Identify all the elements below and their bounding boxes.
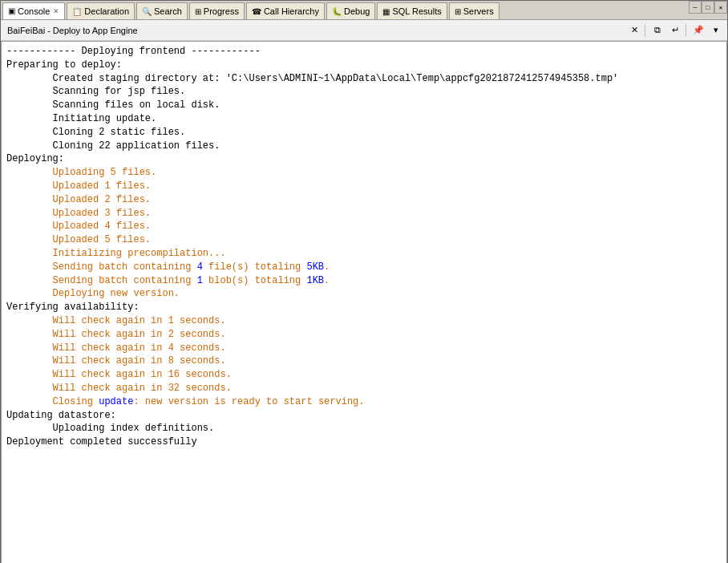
toolbar-separator <box>645 24 645 37</box>
debug-tab-icon: 🐛 <box>332 7 342 16</box>
toolbar-actions: ✕ ⧉ ↵ 📌 ▾ <box>625 22 724 38</box>
console-tab-icon: ▣ <box>8 6 15 15</box>
tab-progress[interactable]: ⊞Progress <box>189 2 245 20</box>
output-line: Deployment completed successfully <box>6 435 722 449</box>
output-line: Verifying availability: <box>6 301 722 314</box>
tab-console[interactable]: ▣Console✕ <box>2 2 65 20</box>
output-line: Preparing to deploy: <box>6 59 722 72</box>
tab-search[interactable]: 🔍Search <box>136 2 188 20</box>
output-line: Sending batch containing 4 file(s) total… <box>6 261 722 274</box>
output-line: Will check again in 16 seconds. <box>6 368 722 382</box>
output-line: Sending batch containing 1 blob(s) total… <box>6 274 722 288</box>
declaration-tab-label: Declaration <box>84 6 129 16</box>
toolbar-title: BaiFeiBai - Deploy to App Engine <box>7 26 138 35</box>
tab-call-hierarchy[interactable]: ☎Call Hierarchy <box>246 2 325 20</box>
servers-tab-label: Servers <box>463 6 494 16</box>
tab-debug[interactable]: 🐛Debug <box>326 2 375 20</box>
output-line: Deploying: <box>6 152 722 166</box>
output-line: ------------ Deploying frontend --------… <box>6 45 722 59</box>
output-line: Deploying new version. <box>6 287 722 301</box>
output-line: Will check again in 32 seconds. <box>6 382 722 395</box>
tab-bar: ▣Console✕📋Declaration🔍Search⊞Progress☎Ca… <box>1 1 727 20</box>
tab-declaration[interactable]: 📋Declaration <box>67 2 135 20</box>
output-line: Uploaded 1 files. <box>6 180 722 193</box>
output-line: Updating datastore: <box>6 409 722 423</box>
toolbar: BaiFeiBai - Deploy to App Engine ✕ ⧉ ↵ 📌… <box>1 20 727 41</box>
output-line: Uploaded 2 files. <box>6 193 722 207</box>
progress-tab-icon: ⊞ <box>195 7 201 16</box>
window-controls: ─ □ ✕ <box>689 1 727 14</box>
output-line: Uploaded 4 files. <box>6 220 722 233</box>
output-line: Will check again in 1 seconds. <box>6 314 722 328</box>
wrap-button[interactable]: ↵ <box>667 22 683 38</box>
output-container[interactable]: ------------ Deploying frontend --------… <box>1 41 727 563</box>
debug-tab-label: Debug <box>344 6 370 16</box>
output-line: Uploading index definitions. <box>6 422 722 435</box>
output-line: Cloning 2 static files. <box>6 126 722 140</box>
call-hierarchy-tab-icon: ☎ <box>252 7 261 16</box>
servers-tab-icon: ⊞ <box>455 7 461 16</box>
output-line: Cloning 22 application files. <box>6 140 722 153</box>
output-line: Uploading 5 files. <box>6 166 722 180</box>
output-line: Initializing precompilation... <box>6 247 722 261</box>
tab-servers[interactable]: ⊞Servers <box>449 2 499 20</box>
pin-button[interactable]: 📌 <box>690 22 706 38</box>
restore-button[interactable]: □ <box>702 1 714 14</box>
tab-sql-results[interactable]: ▦SQL Results <box>377 2 447 20</box>
progress-tab-label: Progress <box>204 6 239 16</box>
toolbar-separator-2 <box>686 24 686 37</box>
output-content: ------------ Deploying frontend --------… <box>6 45 722 449</box>
menu-button[interactable]: ▾ <box>708 22 724 38</box>
output-line: Closing update: new version is ready to … <box>6 395 722 409</box>
call-hierarchy-tab-label: Call Hierarchy <box>264 6 319 16</box>
console-tab-label: Console <box>18 6 50 16</box>
search-tab-icon: 🔍 <box>142 7 152 16</box>
output-line: Will check again in 2 seconds. <box>6 328 722 342</box>
output-line: Created staging directory at: 'C:\Users\… <box>6 72 722 86</box>
output-line: Uploaded 3 files. <box>6 207 722 221</box>
search-tab-label: Search <box>154 6 182 16</box>
sql-results-tab-label: SQL Results <box>392 6 441 16</box>
output-line: Will check again in 4 seconds. <box>6 342 722 355</box>
clear-button[interactable]: ✕ <box>626 22 642 38</box>
console-tab-close[interactable]: ✕ <box>53 7 59 15</box>
output-line: Uploaded 5 files. <box>6 233 722 247</box>
output-line: Scanning files on local disk. <box>6 99 722 112</box>
sql-results-tab-icon: ▦ <box>382 7 390 16</box>
close-button[interactable]: ✕ <box>714 1 727 14</box>
declaration-tab-icon: 📋 <box>72 7 82 16</box>
minimize-button[interactable]: ─ <box>689 1 702 14</box>
copy-button[interactable]: ⧉ <box>649 22 665 38</box>
output-line: Will check again in 8 seconds. <box>6 354 722 368</box>
output-line: Scanning for jsp files. <box>6 85 722 99</box>
output-line: Initiating update. <box>6 112 722 126</box>
